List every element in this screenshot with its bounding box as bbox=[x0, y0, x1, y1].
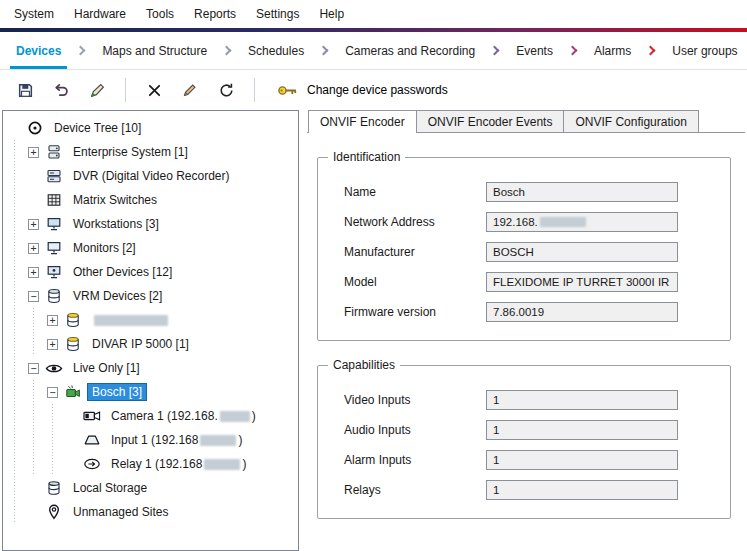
tree-item-enterprise-system-1[interactable]: + Enterprise System [1] bbox=[3, 140, 298, 164]
eye-icon bbox=[44, 359, 64, 377]
tree-item-monitors-2[interactable]: + Monitors [2] bbox=[3, 236, 298, 260]
monitor-icon bbox=[44, 239, 64, 257]
group-identification: Identification Name Bosch Network Addres… bbox=[317, 157, 731, 341]
panel-tabs: ONVIF EncoderONVIF Encoder EventsONVIF C… bbox=[307, 110, 745, 132]
field-value: BOSCH bbox=[493, 246, 534, 258]
tab-alarms[interactable]: Alarms bbox=[588, 32, 637, 69]
tab-maps-and-structure[interactable]: Maps and Structure bbox=[96, 32, 213, 69]
expander-toggle[interactable]: − bbox=[47, 387, 58, 398]
redacted-text bbox=[540, 217, 586, 227]
field-input[interactable]: 1 bbox=[486, 450, 678, 470]
change-device-passwords-button[interactable]: Change device passwords bbox=[268, 79, 457, 102]
refresh-icon bbox=[218, 82, 235, 99]
tree-label-wrap: Other Devices [12] bbox=[69, 264, 176, 280]
tree-item-divar-ip-5000-1[interactable]: + DIVAR IP 5000 [1] bbox=[3, 332, 298, 356]
expander-toggle[interactable]: + bbox=[28, 243, 39, 254]
field-input[interactable]: 7.86.0019 bbox=[486, 302, 678, 322]
field-value: 1 bbox=[493, 394, 499, 406]
tree-label-wrap: Input 1 (192.168 ) bbox=[107, 432, 246, 448]
location-pin-icon bbox=[44, 503, 64, 521]
delete-button[interactable] bbox=[139, 76, 169, 104]
group-fields: Video Inputs 1 Audio Inputs 1 Alarm Inpu… bbox=[344, 390, 714, 500]
tree-label: Local Storage bbox=[73, 481, 147, 495]
nav-tab-wrap: Events bbox=[510, 32, 588, 69]
key-icon bbox=[277, 83, 298, 98]
tree-indent-guides bbox=[9, 212, 28, 236]
tree-item-other-devices-12[interactable]: + Other Devices [12] bbox=[3, 260, 298, 284]
tab-events[interactable]: Events bbox=[510, 32, 559, 69]
tree-label: Camera 1 (192.168. bbox=[111, 409, 218, 423]
menu-settings[interactable]: Settings bbox=[246, 3, 309, 25]
field-input[interactable]: BOSCH bbox=[486, 242, 678, 262]
tree-label-wrap bbox=[88, 314, 174, 327]
tree-indent-guides bbox=[9, 476, 28, 500]
field-value: Bosch bbox=[493, 186, 525, 198]
field-input[interactable]: FLEXIDOME IP TURRET 3000I IR bbox=[486, 272, 678, 292]
panel-tab-onvif-configuration[interactable]: ONVIF Configuration bbox=[563, 110, 698, 132]
tree-item-live-only-1[interactable]: − Live Only [1] bbox=[3, 356, 298, 380]
tree-label-wrap: Workstations [3] bbox=[69, 216, 163, 232]
menu-reports[interactable]: Reports bbox=[184, 3, 246, 25]
field-network-address: Network Address 192.168. bbox=[344, 212, 714, 232]
expander-toggle[interactable]: + bbox=[47, 339, 58, 350]
tree-item-relay-1-192-168[interactable]: Relay 1 (192.168 ) bbox=[3, 452, 298, 476]
tree-item-camera-1-192-168[interactable]: Camera 1 (192.168. ) bbox=[3, 404, 298, 428]
tab-schedules[interactable]: Schedules bbox=[242, 32, 310, 69]
tree-item-bosch-3[interactable]: − Bosch [3] bbox=[3, 380, 298, 404]
field-input[interactable]: Bosch bbox=[486, 182, 678, 202]
panel-tab-onvif-encoder-events[interactable]: ONVIF Encoder Events bbox=[416, 110, 565, 132]
expander-toggle[interactable]: − bbox=[28, 291, 39, 302]
field-firmware-version: Firmware version 7.86.0019 bbox=[344, 302, 714, 322]
tree-item-input-1-192-168[interactable]: Input 1 (192.168 ) bbox=[3, 428, 298, 452]
field-input[interactable]: 1 bbox=[486, 390, 678, 410]
tree-indent-guides bbox=[9, 260, 28, 284]
tree-item-workstations-3[interactable]: + Workstations [3] bbox=[3, 212, 298, 236]
tree-label-suffix: ) bbox=[238, 433, 242, 447]
field-input[interactable]: 192.168. bbox=[486, 212, 678, 232]
tree-label-wrap: Live Only [1] bbox=[69, 360, 144, 376]
field-model: Model FLEXIDOME IP TURRET 3000I IR bbox=[344, 272, 714, 292]
menu-system[interactable]: System bbox=[4, 3, 64, 25]
expander-toggle[interactable]: − bbox=[28, 363, 39, 374]
field-input[interactable]: 1 bbox=[486, 480, 678, 500]
menu-hardware[interactable]: Hardware bbox=[64, 3, 136, 25]
toolbar-separator bbox=[254, 78, 255, 102]
expander-toggle[interactable]: + bbox=[47, 315, 58, 326]
tree-item-unmanaged-sites[interactable]: Unmanaged Sites bbox=[3, 500, 298, 524]
tree-label: Matrix Switches bbox=[73, 193, 157, 207]
expander-toggle[interactable]: + bbox=[28, 147, 39, 158]
tree-item-dvr-digital-video-recorder[interactable]: DVR (Digital Video Recorder) bbox=[3, 164, 298, 188]
tree-item-device-tree-10[interactable]: Device Tree [10] bbox=[3, 116, 298, 140]
tree-item-vrm-devices-2[interactable]: − VRM Devices [2] bbox=[3, 284, 298, 308]
tree-item-local-storage[interactable]: Local Storage bbox=[3, 476, 298, 500]
tree-label: DIVAR IP 5000 [1] bbox=[92, 337, 189, 351]
validate-button[interactable] bbox=[82, 76, 112, 104]
expander-toggle[interactable]: + bbox=[28, 219, 39, 230]
nav-tabs: Devices Maps and Structure Schedules Cam… bbox=[0, 32, 747, 70]
vrm-database-icon bbox=[44, 287, 64, 305]
expander-toggle[interactable]: + bbox=[28, 267, 39, 278]
menu-help[interactable]: Help bbox=[309, 3, 354, 25]
tree-item-redacted[interactable]: + bbox=[3, 308, 298, 332]
field-input[interactable]: 1 bbox=[486, 420, 678, 440]
tab-user-groups[interactable]: User groups bbox=[666, 32, 743, 69]
toolbar-separator bbox=[125, 78, 126, 102]
tree-label-wrap: Relay 1 (192.168 ) bbox=[107, 456, 250, 472]
panel-tab-onvif-encoder[interactable]: ONVIF Encoder bbox=[308, 110, 417, 133]
undo-button[interactable] bbox=[46, 76, 76, 104]
refresh-button[interactable] bbox=[211, 76, 241, 104]
tab-devices[interactable]: Devices bbox=[10, 32, 67, 69]
tree-label: Unmanaged Sites bbox=[73, 505, 168, 519]
menu-tools[interactable]: Tools bbox=[136, 3, 184, 25]
change-device-passwords-label: Change device passwords bbox=[307, 83, 448, 97]
storage-icon bbox=[44, 479, 64, 497]
chevron-right-icon bbox=[567, 46, 577, 56]
field-label: Manufacturer bbox=[344, 245, 486, 259]
rename-button[interactable] bbox=[175, 76, 205, 104]
tab-cameras-and-recording[interactable]: Cameras and Recording bbox=[339, 32, 481, 69]
chevron-right-icon bbox=[222, 46, 232, 56]
tree-item-matrix-switches[interactable]: Matrix Switches bbox=[3, 188, 298, 212]
main-area: Device Tree [10] + Enterprise System [1]… bbox=[0, 110, 747, 551]
save-button[interactable] bbox=[10, 76, 40, 104]
tree-label-wrap: Camera 1 (192.168. ) bbox=[107, 408, 260, 424]
